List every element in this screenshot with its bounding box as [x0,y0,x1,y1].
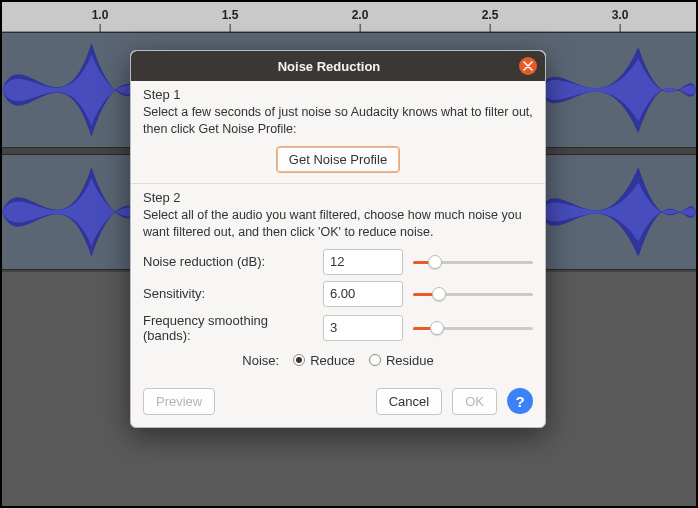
radio-icon [369,354,381,366]
noise-mode-row: Noise: Reduce Residue [143,353,533,368]
timeline-ruler[interactable]: 1.0 1.5 2.0 2.5 3.0 [2,2,696,32]
freq-smoothing-input[interactable] [323,315,403,341]
sensitivity-row: Sensitivity: [143,281,533,307]
ruler-tick: 1.0 [92,8,109,22]
get-noise-profile-button[interactable]: Get Noise Profile [276,146,400,173]
ruler-tick: 2.5 [482,8,499,22]
step2-section: Step 2 Select all of the audio you want … [131,184,545,378]
sensitivity-slider[interactable] [413,284,533,304]
ruler-tick: 1.5 [222,8,239,22]
ok-button[interactable]: OK [452,388,497,415]
radio-icon [293,354,305,366]
preview-button[interactable]: Preview [143,388,215,415]
step1-description: Select a few seconds of just noise so Au… [143,104,533,138]
cancel-button[interactable]: Cancel [376,388,442,415]
dialog-titlebar[interactable]: Noise Reduction [131,51,545,81]
dialog-title: Noise Reduction [139,59,519,74]
step2-heading: Step 2 [143,190,533,205]
step1-heading: Step 1 [143,87,533,102]
noise-mode-label: Noise: [242,353,279,368]
radio-residue[interactable]: Residue [369,353,434,368]
sensitivity-label: Sensitivity: [143,286,313,301]
radio-reduce-label: Reduce [310,353,355,368]
close-icon [523,61,533,71]
radio-reduce[interactable]: Reduce [293,353,355,368]
radio-residue-label: Residue [386,353,434,368]
noise-reduction-dialog: Noise Reduction Step 1 Select a few seco… [130,50,546,428]
noise-reduction-row: Noise reduction (dB): [143,249,533,275]
dialog-footer: Preview Cancel OK ? [131,378,545,427]
step2-description: Select all of the audio you want filtere… [143,207,533,241]
noise-reduction-input[interactable] [323,249,403,275]
freq-smoothing-row: Frequency smoothing (bands): [143,313,533,343]
step1-section: Step 1 Select a few seconds of just nois… [131,81,545,183]
freq-smoothing-label: Frequency smoothing (bands): [143,313,313,343]
freq-smoothing-slider[interactable] [413,318,533,338]
ruler-tick: 3.0 [612,8,629,22]
ruler-tick: 2.0 [352,8,369,22]
sensitivity-input[interactable] [323,281,403,307]
noise-reduction-slider[interactable] [413,252,533,272]
close-button[interactable] [519,57,537,75]
help-button[interactable]: ? [507,388,533,414]
noise-reduction-label: Noise reduction (dB): [143,254,313,269]
